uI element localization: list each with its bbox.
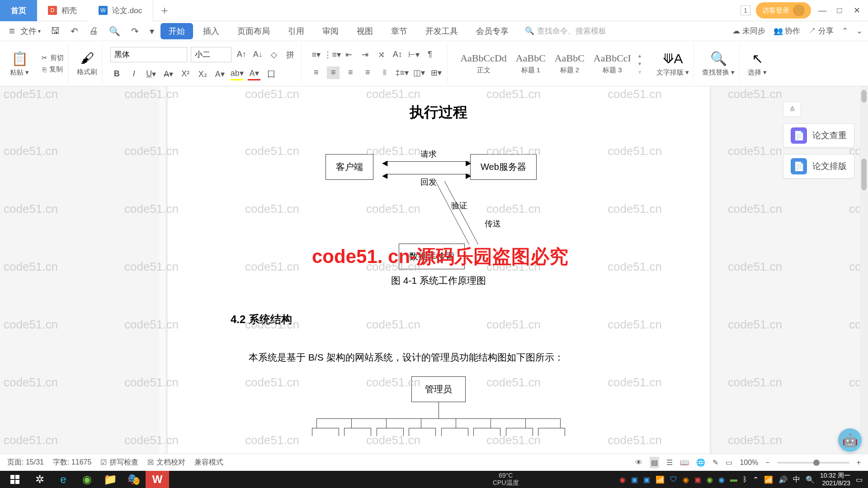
taskbar-explorer[interactable]: 📁 [99,471,122,488]
fit-width-icon[interactable]: ▭ [726,458,732,467]
phonetic-icon[interactable]: 拼 [284,48,297,61]
doc-check-button[interactable]: ☒ 文档校对 [147,458,185,467]
find-replace-icon[interactable]: 🔍 [710,51,727,66]
font-size-select[interactable] [191,47,231,62]
zoom-thumb[interactable] [813,460,820,466]
tray-icon-5[interactable]: 🛡 [670,475,677,483]
close-button[interactable]: ✕ [851,5,863,15]
style-heading2[interactable]: AaBbC标题 2 [550,51,589,76]
spell-check-button[interactable]: ☑ 拼写检查 [100,458,138,467]
tray-notifications-icon[interactable]: ▭ [856,475,863,484]
tab-home[interactable]: 首页 [0,0,37,21]
menu-devtools[interactable]: 开发工具 [417,26,466,37]
window-number-badge[interactable]: 1 [741,5,750,15]
menu-insert[interactable]: 插入 [195,26,227,37]
zoom-slider[interactable] [777,462,849,464]
minimize-button[interactable]: — [816,6,828,15]
strikethrough-button[interactable]: A̶▾ [162,68,175,80]
page-indicator[interactable]: 页面: 15/31 [7,458,44,467]
coop-button[interactable]: 👥 协作 [774,26,801,36]
indent-icon[interactable]: ⇥ [359,48,371,61]
taskbar-app-2[interactable]: 🎭 [122,471,146,488]
tray-icon-9[interactable]: ◉ [718,475,725,484]
tray-icon-6[interactable]: ◉ [683,475,689,484]
borders-icon[interactable]: ⊞▾ [430,66,443,79]
start-button[interactable] [2,471,28,488]
bold-button[interactable]: B [110,68,123,80]
taskbar-app-1[interactable]: ✲ [28,471,52,488]
eye-protect-icon[interactable]: 👁 [635,459,642,467]
menu-chapter[interactable]: 章节 [383,26,415,37]
qat-more-icon[interactable]: ▾ [145,26,159,37]
distribute-icon[interactable]: ⫴ [378,66,391,79]
cpu-temp[interactable]: 69°CCPU温度 [493,472,519,487]
align-justify-icon[interactable]: ≡ [361,66,374,79]
tray-search-icon[interactable]: 🔍 [806,475,815,484]
highlight-button[interactable]: ab▾ [231,68,243,80]
menu-start[interactable]: 开始 [160,23,193,39]
tab-document[interactable]: W论文.doc [88,0,153,21]
qat-preview-icon[interactable]: 🔍 [104,26,125,37]
style-next-icon[interactable]: ▾ [638,61,641,67]
format-painter-icon[interactable]: 🖌 [80,51,94,66]
ribbon-expand-icon[interactable]: ⌄ [856,26,863,36]
tray-icon-4[interactable]: 📶 [656,475,665,484]
menu-page-layout[interactable]: 页面布局 [229,26,278,37]
bullet-list-icon[interactable]: ≡▾ [310,48,322,61]
command-search[interactable]: 🔍查找命令、搜索模板 [525,26,606,36]
zoom-out-button[interactable]: − [765,459,769,467]
annotate-icon[interactable]: ✎ [712,458,718,467]
sort-icon[interactable]: A↕ [391,48,404,61]
ribbon-collapse-icon[interactable]: ⌃ [842,26,848,36]
align-center-icon[interactable]: ≡ [327,66,340,79]
underline-button[interactable]: U▾ [145,68,157,80]
tray-wifi-icon[interactable]: 📶 [764,475,773,484]
tray-icon-10[interactable]: ▬ [730,475,737,483]
page-view-icon[interactable]: ▤ [650,457,659,468]
paper-check-button[interactable]: 📄论文查重 [783,123,854,148]
taskbar-wps[interactable]: W [146,471,169,488]
qat-undo-icon[interactable]: ↶ [66,26,83,37]
font-color-button[interactable]: A▾ [248,68,260,80]
reading-view-icon[interactable]: 📖 [680,458,689,467]
tray-icon-7[interactable]: ▣ [694,475,701,484]
shading-icon[interactable]: ◫▾ [413,66,425,79]
font-family-select[interactable] [110,47,187,62]
grow-font-icon[interactable]: A↑ [235,48,248,61]
select-icon[interactable]: ↖ [752,51,763,66]
file-menu[interactable]: 文件▾ [20,26,41,37]
cut-button[interactable]: ✂ 剪切 [42,54,64,62]
tabstop-icon[interactable]: ⊢▾ [407,48,420,61]
assistant-bubble[interactable]: 🤖 [838,428,862,452]
taskbar-ie[interactable]: e [52,471,75,488]
paste-icon[interactable]: 📋 [11,51,28,66]
qat-save-icon[interactable]: 🖫 [46,26,64,36]
hamburger-icon[interactable]: ≡ [5,25,19,37]
tab-add-button[interactable]: + [153,4,176,18]
style-heading3[interactable]: AaBbCcI标题 3 [589,51,636,76]
maximize-button[interactable]: □ [834,6,845,15]
menu-reference[interactable]: 引用 [280,26,312,37]
tray-chevron-icon[interactable]: ⌃ [753,475,759,484]
align-right-icon[interactable]: ≡ [344,66,357,79]
tray-clock[interactable]: 10:32 周一2021/8/23 [820,472,850,487]
qat-redo-icon[interactable]: ↷ [127,26,143,37]
style-normal[interactable]: AaBbCcDd正文 [456,51,511,76]
document-page[interactable]: 执行过程 客户端 Web服务器 数据库检索 ◀▶ ◀▶ 请求 回发 验证 传送 … [167,86,710,471]
zoom-value[interactable]: 100% [740,459,758,467]
web-view-icon[interactable]: 🌐 [696,458,705,467]
outdent-icon[interactable]: ⇤ [342,48,355,61]
copy-button[interactable]: ⎘ 复制 [42,65,63,74]
unsync-button[interactable]: ☁ 未同步 [732,26,765,36]
show-marks-icon[interactable]: ¶ [424,48,436,61]
shrink-font-icon[interactable]: A↓ [251,48,264,61]
menu-review[interactable]: 审阅 [314,26,347,37]
char-border-button[interactable]: 囗 [265,68,278,80]
superscript-button[interactable]: X² [179,68,192,80]
tray-ime[interactable]: 中 [793,475,800,484]
number-list-icon[interactable]: ⋮≡▾ [326,48,339,61]
menu-member[interactable]: 会员专享 [468,26,517,37]
qat-print-icon[interactable]: 🖨 [85,26,103,36]
share-button[interactable]: ↗ 分享 [808,26,834,36]
subscript-button[interactable]: X₂ [196,68,209,80]
